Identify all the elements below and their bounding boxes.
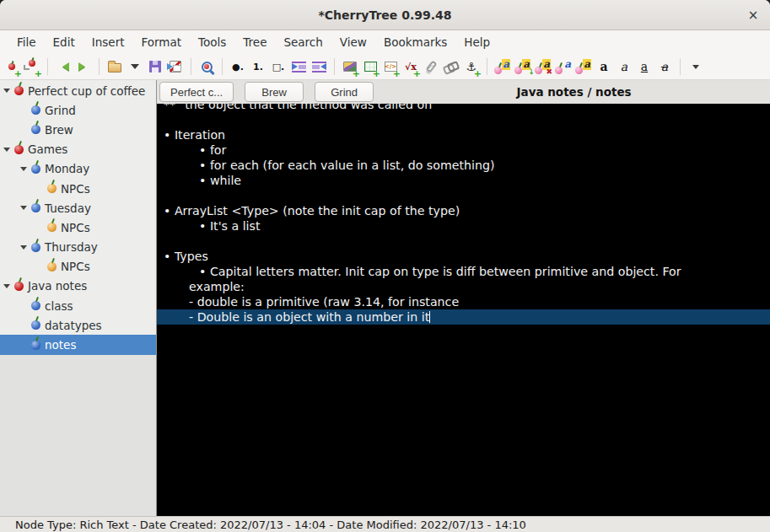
color-foreground-icon[interactable]: a bbox=[553, 56, 573, 77]
menu-insert[interactable]: Insert bbox=[83, 32, 133, 52]
indent-decrease-icon[interactable] bbox=[309, 56, 329, 77]
cherry-node-icon bbox=[47, 262, 57, 271]
node-add-icon[interactable]: + bbox=[2, 56, 22, 77]
node-button-row: Perfect c...BrewGrindJava notes / notes bbox=[157, 80, 770, 104]
menu-file[interactable]: File bbox=[8, 32, 45, 52]
status-text: Node Type: Rich Text - Date Created: 202… bbox=[15, 519, 526, 531]
cherry-node-icon bbox=[31, 243, 40, 252]
tree-node-npcs[interactable]: NPCs bbox=[0, 218, 156, 237]
title-bar[interactable]: *CherryTree 0.99.48 × bbox=[0, 0, 770, 30]
expander-icon[interactable] bbox=[19, 202, 28, 213]
find-in-nodes-icon[interactable] bbox=[197, 56, 217, 77]
expander-icon[interactable] bbox=[2, 85, 11, 96]
editor-line-text: • for bbox=[199, 143, 226, 157]
tree-node-npcs[interactable]: NPCs bbox=[0, 179, 156, 198]
tree-node-class[interactable]: class bbox=[0, 296, 156, 315]
editor-line bbox=[157, 112, 770, 127]
tree-node-games[interactable]: Games bbox=[0, 140, 156, 159]
tree-node-perfect-cup-of-coffee[interactable]: Perfect cup of coffee bbox=[0, 81, 156, 100]
node-button-grind[interactable]: Grind bbox=[315, 82, 374, 102]
menu-bookmarks[interactable]: Bookmarks bbox=[375, 32, 455, 52]
list-numbered-icon[interactable]: 1. bbox=[248, 56, 268, 77]
editor-line-text: • Capital letters matter. Init cap on ty… bbox=[199, 265, 681, 278]
save-as-icon[interactable] bbox=[165, 56, 186, 77]
editor-line: • Capital letters matter. Init cap on ty… bbox=[157, 264, 770, 279]
indent-increase-icon[interactable] bbox=[288, 56, 309, 77]
go-back-icon[interactable] bbox=[53, 56, 73, 77]
underline-icon[interactable]: a bbox=[634, 56, 654, 77]
expander-icon[interactable] bbox=[19, 164, 28, 175]
toolbar-group: ++</>+√x+⚓+ bbox=[340, 56, 482, 77]
menu-search[interactable]: Search bbox=[275, 32, 331, 52]
tree-node-datatypes[interactable]: datatypes bbox=[0, 315, 156, 335]
insert-link-icon[interactable] bbox=[441, 56, 461, 77]
insert-table-icon[interactable]: + bbox=[360, 56, 380, 77]
tree-node-label: datatypes bbox=[45, 319, 102, 332]
toolbar-separator bbox=[99, 58, 100, 75]
menu-edit[interactable]: Edit bbox=[45, 32, 83, 52]
tree-node-monday[interactable]: Monday bbox=[0, 159, 156, 179]
node-button-perfect-c-[interactable]: Perfect c... bbox=[159, 82, 234, 102]
open-recent-dropdown-icon[interactable] bbox=[125, 56, 145, 77]
toolbar-group bbox=[686, 56, 706, 77]
editor-line bbox=[157, 188, 770, 203]
editor-line bbox=[157, 234, 770, 249]
tree-node-brew[interactable]: Brew bbox=[0, 120, 156, 139]
subnode-add-icon[interactable]: + bbox=[22, 56, 42, 77]
italic-icon[interactable]: a bbox=[614, 56, 634, 77]
editor-line-text: • Types bbox=[164, 250, 208, 263]
list-todo-icon[interactable]: □. bbox=[268, 56, 288, 77]
format-latest-icon[interactable]: a bbox=[493, 56, 513, 77]
tree-node-label: Java notes bbox=[28, 279, 87, 293]
toolbar-separator bbox=[487, 58, 487, 75]
format-text-icon[interactable]: a⤵ bbox=[513, 56, 533, 77]
menu-format[interactable]: Format bbox=[132, 32, 190, 52]
bold-icon[interactable]: a bbox=[594, 56, 614, 77]
tree-node-label: Brew bbox=[45, 123, 73, 137]
menu-tree[interactable]: Tree bbox=[234, 32, 275, 52]
editor-line-text: • It's a list bbox=[199, 219, 260, 233]
expander-icon[interactable] bbox=[2, 281, 11, 292]
go-forward-icon[interactable] bbox=[73, 56, 94, 77]
toolbar-separator bbox=[222, 58, 223, 75]
open-file-icon[interactable] bbox=[105, 56, 125, 77]
tree-node-grind[interactable]: Grind bbox=[0, 100, 156, 120]
insert-math-icon[interactable]: √x+ bbox=[401, 56, 421, 77]
tree-node-notes[interactable]: notes bbox=[0, 335, 156, 354]
editor-line: • for each (for each value in a list, do… bbox=[157, 158, 770, 173]
attach-file-icon[interactable] bbox=[421, 56, 441, 77]
tree-sidebar[interactable]: Perfect cup of coffeeGrindBrewGamesMonda… bbox=[0, 80, 157, 516]
tree-node-tuesday[interactable]: Tuesday bbox=[0, 198, 156, 218]
menu-tools[interactable]: Tools bbox=[190, 32, 234, 52]
node-button-brew[interactable]: Brew bbox=[245, 82, 304, 102]
menu-help[interactable]: Help bbox=[455, 32, 498, 52]
cherry-node-icon bbox=[31, 301, 40, 310]
toolbar-group: ●.1.□. bbox=[228, 56, 329, 77]
insert-codebox-icon[interactable]: </>+ bbox=[380, 56, 401, 77]
insert-image-icon[interactable]: + bbox=[340, 56, 360, 77]
editor-line-text: • Iteration bbox=[164, 128, 225, 142]
tree-node-label: Perfect cup of coffee bbox=[28, 84, 145, 98]
cherrytree-window: *CherryTree 0.99.48 × FileEditInsertForm… bbox=[0, 0, 770, 532]
format-clear-icon[interactable]: a✖ bbox=[533, 56, 553, 77]
expander-icon[interactable] bbox=[2, 144, 11, 155]
editor-line: • Types bbox=[157, 249, 770, 264]
strikethrough-icon[interactable]: a bbox=[654, 56, 675, 77]
toolbar-overflow-icon[interactable] bbox=[686, 56, 706, 77]
tree-node-thursday[interactable]: Thursday bbox=[0, 238, 156, 257]
cherry-node-icon bbox=[31, 105, 40, 115]
window-title: *CherryTree 0.99.48 bbox=[0, 8, 770, 22]
save-icon[interactable] bbox=[145, 56, 165, 77]
list-bulleted-icon[interactable]: ●. bbox=[228, 56, 248, 77]
tree-node-npcs[interactable]: NPCs bbox=[0, 257, 156, 277]
close-icon[interactable]: × bbox=[745, 7, 762, 24]
menu-view[interactable]: View bbox=[331, 32, 375, 52]
insert-anchor-icon[interactable]: ⚓+ bbox=[461, 56, 482, 77]
expander-icon[interactable] bbox=[19, 242, 28, 253]
editor-line: • ArrayList <Type> (note the init cap of… bbox=[157, 203, 770, 218]
rich-text-editor[interactable]: ** "the object that the method was calle… bbox=[157, 104, 770, 516]
toolbar-group: aa⤵a✖aaaaaa bbox=[493, 56, 675, 77]
tree-node-java-notes[interactable]: Java notes bbox=[0, 277, 156, 296]
color-background-icon[interactable]: a bbox=[573, 56, 594, 77]
editor-line-text: - double is a primitive (raw 3.14, for i… bbox=[189, 295, 459, 309]
